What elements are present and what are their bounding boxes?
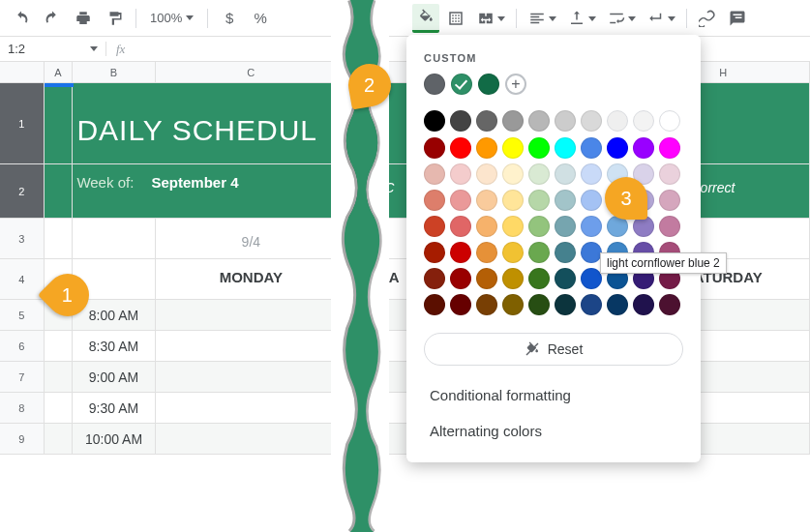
wrap-button[interactable] [603,5,640,32]
comment-button[interactable] [724,5,751,32]
color-swatch[interactable] [450,190,471,211]
color-swatch[interactable] [581,216,602,237]
time-cell[interactable]: 9:30 AM [73,393,155,424]
row-header-7[interactable]: 7 [0,362,45,393]
color-swatch[interactable] [450,294,471,315]
redo-button[interactable] [39,5,66,32]
currency-button[interactable]: $ [216,5,243,32]
print-button[interactable] [70,5,97,32]
color-swatch[interactable] [528,294,550,315]
cell[interactable] [45,83,74,164]
color-swatch[interactable] [581,137,602,159]
col-header-B[interactable]: B [73,62,155,83]
link-button[interactable] [694,5,721,32]
color-swatch[interactable] [528,137,550,159]
color-swatch[interactable] [659,190,680,211]
color-swatch[interactable] [424,110,445,132]
col-header-C[interactable]: C [156,62,347,83]
cell[interactable] [156,362,347,393]
color-swatch[interactable] [555,137,576,159]
color-swatch[interactable] [659,110,680,132]
color-swatch[interactable] [607,137,628,159]
cell[interactable] [156,424,347,455]
reset-button[interactable]: Reset [424,333,683,366]
row-header-9[interactable]: 9 [0,424,45,455]
color-swatch[interactable] [476,216,497,237]
merge-button[interactable] [472,5,509,32]
color-swatch[interactable] [659,137,680,159]
color-swatch[interactable] [476,137,497,159]
color-swatch[interactable] [450,216,471,237]
time-cell[interactable]: 10:00 AM [73,424,155,455]
color-swatch[interactable] [528,110,550,132]
color-swatch[interactable] [502,137,524,159]
color-swatch[interactable] [633,110,654,132]
color-swatch[interactable] [581,110,602,132]
cell[interactable] [45,219,74,259]
color-swatch[interactable] [528,190,550,211]
color-swatch[interactable] [528,268,550,289]
custom-color-swatch[interactable] [451,74,472,95]
color-swatch[interactable] [555,216,576,237]
color-swatch[interactable] [555,163,576,185]
color-swatch[interactable] [424,137,445,159]
cell[interactable] [45,164,74,219]
color-swatch[interactable] [424,190,445,211]
color-swatch[interactable] [581,163,602,185]
color-swatch[interactable] [476,242,497,263]
cell[interactable] [156,331,347,362]
cell[interactable] [45,362,74,393]
color-swatch[interactable] [581,294,602,315]
color-swatch[interactable] [476,294,497,315]
row-header-1[interactable]: 1 [0,83,45,164]
cell[interactable] [156,393,347,424]
color-swatch[interactable] [633,137,654,159]
select-all-corner[interactable] [0,62,45,83]
color-swatch[interactable] [476,190,497,211]
time-cell[interactable]: 9:00 AM [73,362,155,393]
color-swatch[interactable] [555,294,576,315]
color-swatch[interactable] [659,294,680,315]
color-swatch[interactable] [659,216,680,237]
zoom-dropdown[interactable]: 100% [144,11,199,25]
cell[interactable] [45,331,74,362]
col-header-A[interactable]: A [45,62,74,83]
row-header-8[interactable]: 8 [0,393,45,424]
cell[interactable]: Week of: September 4 [73,164,347,219]
color-swatch[interactable] [476,163,497,185]
row-header-2[interactable]: 2 [0,164,45,219]
borders-button[interactable] [442,5,469,32]
color-swatch[interactable] [502,190,524,211]
color-swatch[interactable] [633,294,654,315]
v-align-button[interactable] [563,5,600,32]
color-swatch[interactable] [502,268,524,289]
custom-color-swatch[interactable] [424,74,445,95]
color-swatch[interactable] [581,268,602,289]
color-swatch[interactable] [581,190,602,211]
time-cell[interactable]: 8:30 AM [73,331,155,362]
color-swatch[interactable] [502,110,524,132]
color-swatch[interactable] [424,216,445,237]
cell[interactable]: MONDAY [156,259,347,300]
color-swatch[interactable] [659,163,680,185]
name-box[interactable]: 1:2 [0,42,106,56]
cell[interactable] [156,300,347,331]
color-swatch[interactable] [555,268,576,289]
percent-button[interactable]: % [247,5,274,32]
custom-color-swatch[interactable] [478,74,499,95]
color-swatch[interactable] [476,268,497,289]
color-swatch[interactable] [450,137,471,159]
add-custom-color-button[interactable]: + [505,74,526,95]
cell[interactable] [45,424,74,455]
color-swatch[interactable] [528,216,550,237]
color-swatch[interactable] [476,110,497,132]
color-swatch[interactable] [450,163,471,185]
color-swatch[interactable] [555,242,576,263]
row-header-3[interactable]: 3 [0,219,45,259]
color-swatch[interactable] [424,268,445,289]
color-swatch[interactable] [502,294,524,315]
alternating-colors-link[interactable]: Alternating colors [424,413,683,449]
color-swatch[interactable] [502,163,524,185]
color-swatch[interactable] [450,268,471,289]
paint-format-button[interactable] [101,5,128,32]
